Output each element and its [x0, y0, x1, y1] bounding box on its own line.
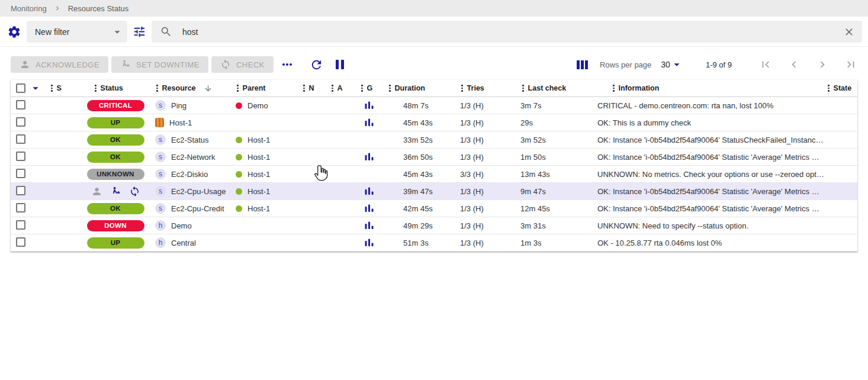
rows-per-page-select[interactable]: 30	[661, 58, 683, 71]
refresh-button[interactable]	[310, 58, 323, 72]
last-check-cell: 12m 45s	[501, 204, 578, 213]
status-chip: UP	[87, 117, 144, 128]
search-magnifier-icon	[160, 25, 172, 38]
check-button[interactable]: CHECK	[211, 56, 274, 73]
filter-select-value: New filter	[35, 27, 69, 37]
column-header-graph[interactable]: G	[354, 84, 384, 92]
information-cell: UNKNOWN: No metrics. Check your options …	[578, 170, 824, 179]
column-header-resource[interactable]: Resource	[150, 84, 231, 93]
table-row[interactable]: OKsEc2-Cpu-CreditHost-142m 45s1/3 (H)12m…	[11, 200, 857, 217]
column-header-notes[interactable]: N	[298, 84, 327, 92]
column-header-duration[interactable]: Duration	[384, 84, 441, 92]
parent-name: Host-1	[247, 204, 270, 213]
acknowledge-action-icon[interactable]	[91, 186, 102, 197]
row-checkbox[interactable]	[16, 169, 25, 178]
table-row[interactable]: UNKNOWNsEc2-DiskioHost-145m 43s3/3 (H)13…	[11, 166, 857, 183]
first-page-button[interactable]	[759, 58, 772, 71]
column-header-severity[interactable]: S	[43, 84, 81, 92]
filter-select[interactable]: New filter	[27, 21, 127, 43]
service-type-badge: s	[155, 152, 166, 162]
acknowledge-button[interactable]: ACKNOWLEDGE	[11, 56, 108, 73]
parent-status-dot	[236, 102, 242, 109]
column-header-tries[interactable]: Tries	[441, 84, 501, 92]
row-checkbox[interactable]	[16, 152, 25, 161]
table-row[interactable]: UPhCentral51m 3s1/3 (H)1m 3sOK - 10.25.8…	[11, 234, 857, 252]
table-row[interactable]: sEc2-Cpu-UsageHost-139m 47s1/3 (H)9m 47s…	[11, 183, 857, 200]
resource-name: Ec2-Status	[171, 136, 209, 144]
status-cell: OK	[81, 203, 150, 214]
parent-cell: Host-1	[231, 170, 298, 179]
row-checkbox[interactable]	[16, 100, 25, 110]
table-row[interactable]: DOWNhDemo49m 29s1/3 (H)3m 31sUNKNOWN: Ne…	[11, 217, 857, 234]
column-header-status[interactable]: Status	[81, 84, 150, 92]
column-header-state[interactable]: State	[824, 84, 857, 92]
breadcrumb-monitoring[interactable]: Monitoring	[11, 4, 47, 13]
parent-name: Host-1	[247, 170, 270, 179]
downtime-action-icon[interactable]	[110, 186, 121, 197]
host-type-badge: h	[155, 237, 166, 248]
tries-cell: 1/3 (H)	[441, 118, 501, 127]
pause-icon	[336, 60, 339, 69]
status-chip: UNKNOWN	[87, 169, 144, 180]
table-row[interactable]: UPHost-145m 43s1/3 (H)29sOK: This is a d…	[11, 114, 857, 131]
resource-name: Ec2-Cpu-Credit	[171, 204, 224, 213]
parent-cell: Demo	[231, 101, 298, 110]
graph-chart-icon[interactable]	[364, 101, 374, 110]
row-checkbox[interactable]	[16, 203, 25, 212]
filter-bar: New filter host	[0, 17, 868, 47]
drag-handle-icon	[303, 85, 305, 92]
resources-status-screen: Monitoring Resources Status New filter h…	[0, 0, 868, 380]
column-header-last-check[interactable]: Last check	[501, 84, 578, 92]
graph-chart-icon[interactable]	[364, 152, 374, 162]
graph-chart-icon[interactable]	[364, 118, 374, 127]
row-checkbox[interactable]	[16, 117, 25, 127]
status-chip: UP	[87, 237, 144, 249]
last-check-cell: 3m 7s	[501, 101, 578, 110]
aws-host-icon	[155, 118, 164, 127]
row-checkbox[interactable]	[16, 186, 25, 195]
set-downtime-button[interactable]: SET DOWNTIME	[111, 56, 208, 73]
table-row[interactable]: OKsEc2-NetworkHost-136m 50s1/3 (H)1m 50s…	[11, 149, 857, 166]
column-header-information[interactable]: Information	[578, 84, 824, 92]
more-horiz-icon	[280, 57, 294, 72]
column-header-action[interactable]: A	[327, 84, 354, 92]
more-actions-button[interactable]	[280, 57, 294, 72]
table-row[interactable]: OKsEc2-StatusHost-133m 52s1/3 (H)3m 52sO…	[11, 131, 857, 149]
status-chip: OK	[87, 203, 144, 214]
row-checkbox[interactable]	[16, 134, 25, 144]
last-page-button[interactable]	[844, 58, 857, 71]
graph-chart-icon[interactable]	[364, 204, 374, 213]
drag-handle-icon	[51, 85, 53, 92]
column-header-parent[interactable]: Parent	[231, 84, 298, 92]
resource-name: Ec2-Diskio	[171, 170, 208, 179]
rows-per-page-label: Rows per page	[600, 60, 651, 69]
information-cell: UNKNOWN: Need to specify --status option…	[578, 221, 824, 230]
check-action-icon[interactable]	[129, 186, 140, 197]
parent-cell: Host-1	[231, 204, 298, 213]
filter-settings-button[interactable]	[7, 25, 21, 39]
table-row[interactable]: CRITICALsPingDemo48m 7s1/3 (H)3m 7sCRITI…	[11, 97, 857, 114]
drag-handle-icon	[361, 85, 363, 92]
prev-page-button[interactable]	[787, 58, 801, 71]
graph-chart-icon[interactable]	[364, 186, 374, 196]
selection-menu-caret[interactable]	[28, 82, 43, 95]
duration-cell: 48m 7s	[384, 101, 441, 110]
tries-cell: 1/3 (H)	[441, 187, 501, 196]
filter-tune-button[interactable]	[133, 25, 146, 38]
graph-chart-icon[interactable]	[364, 238, 374, 247]
next-page-button[interactable]	[816, 58, 829, 71]
row-checkbox[interactable]	[16, 220, 25, 230]
search-clear-button[interactable]	[843, 26, 855, 38]
edit-columns-button[interactable]	[577, 60, 588, 69]
search-input[interactable]: host	[152, 21, 862, 43]
graph-chart-icon[interactable]	[364, 221, 374, 230]
breadcrumb-resources-status[interactable]: Resources Status	[68, 4, 129, 13]
pause-autorefresh-button[interactable]	[336, 60, 344, 69]
refresh-icon	[310, 58, 323, 72]
drag-handle-icon	[156, 85, 158, 92]
service-type-badge: s	[155, 169, 166, 179]
select-all-checkbox[interactable]	[11, 83, 28, 93]
tries-cell: 1/3 (H)	[441, 204, 501, 213]
row-checkbox[interactable]	[16, 237, 25, 247]
duration-cell: 49m 29s	[384, 221, 441, 230]
